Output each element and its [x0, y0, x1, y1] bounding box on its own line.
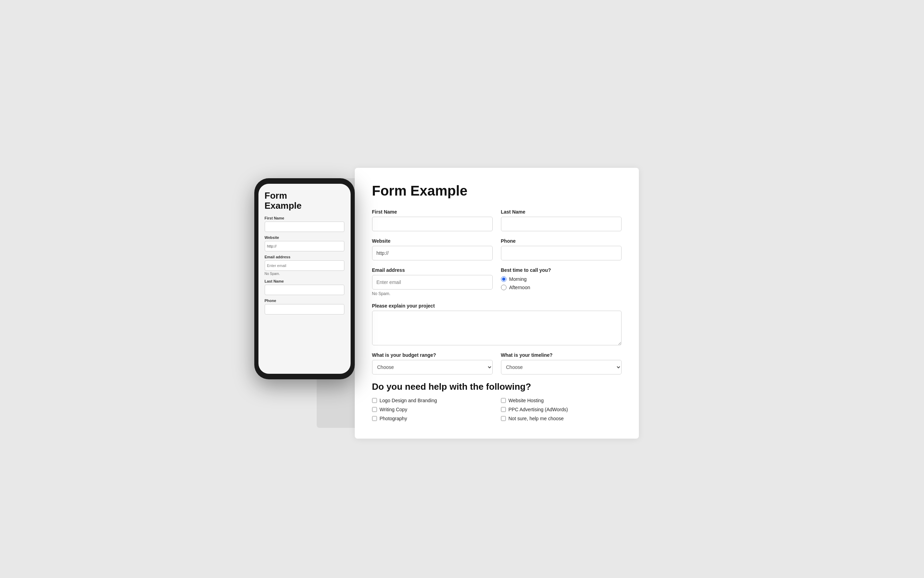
website-input[interactable]	[372, 246, 493, 260]
last-name-label: Last Name	[501, 209, 621, 214]
group-last-name: Last Name	[501, 209, 621, 231]
checkbox-hosting-label: Website Hosting	[508, 398, 544, 403]
timeline-select[interactable]: Choose	[501, 360, 621, 375]
checkboxes-section: Do you need help with the following? Log…	[372, 382, 621, 421]
checkbox-column-right: Website Hosting PPC Advertising (AdWords…	[501, 398, 621, 421]
phone-email-label: Email address	[265, 255, 345, 259]
project-textarea[interactable]	[372, 311, 621, 345]
budget-select[interactable]: Choose	[372, 360, 493, 375]
checkbox-notsure-input[interactable]	[501, 416, 506, 421]
phone-last-name-label: Last Name	[265, 279, 345, 283]
phone-first-name-input[interactable]	[265, 222, 345, 232]
radio-morning[interactable]: Morning	[501, 276, 621, 282]
checkbox-hosting[interactable]: Website Hosting	[501, 398, 621, 403]
checkboxes-title: Do you need help with the following?	[372, 382, 621, 392]
best-time-label: Best time to call you?	[501, 267, 621, 273]
checkbox-logo-label: Logo Design and Branding	[380, 398, 437, 403]
checkbox-notsure-label: Not sure, help me choose	[508, 416, 564, 421]
phone-label: Phone	[501, 238, 621, 244]
budget-label: What is your budget range?	[372, 352, 493, 358]
timeline-label: What is your timeline?	[501, 352, 621, 358]
group-project: Please explain your project	[372, 303, 621, 345]
checkbox-photography-label: Photography	[380, 416, 407, 421]
checkbox-writing[interactable]: Writing Copy	[372, 407, 493, 412]
phone-last-name-input[interactable]	[265, 285, 345, 295]
phone-form-title: Form Example	[265, 191, 345, 211]
row-email-time: Email address No Spam. Best time to call…	[372, 267, 621, 296]
phone-phone-input[interactable]	[265, 304, 345, 315]
email-hint: No Spam.	[372, 291, 493, 296]
checkbox-ppc-input[interactable]	[501, 407, 506, 412]
group-phone: Phone	[501, 238, 621, 260]
radio-morning-input[interactable]	[501, 276, 507, 282]
checkbox-logo[interactable]: Logo Design and Branding	[372, 398, 493, 403]
form-card: Form Example First Name Last Name Websit…	[355, 168, 639, 438]
group-website: Website	[372, 238, 493, 260]
phone-phone-label: Phone	[265, 299, 345, 303]
phone-website-input[interactable]	[265, 241, 345, 252]
checkbox-writing-input[interactable]	[372, 407, 377, 412]
checkbox-ppc[interactable]: PPC Advertising (AdWords)	[501, 407, 621, 412]
row-project: Please explain your project	[372, 303, 621, 345]
checkbox-columns: Logo Design and Branding Writing Copy Ph…	[372, 398, 621, 421]
checkbox-hosting-input[interactable]	[501, 398, 506, 403]
scene: Form Example First Name Website Email ad…	[254, 168, 670, 411]
radio-group-time: Morning Afternoon	[501, 276, 621, 290]
project-label: Please explain your project	[372, 303, 621, 308]
checkbox-photography-input[interactable]	[372, 416, 377, 421]
checkbox-logo-input[interactable]	[372, 398, 377, 403]
email-input[interactable]	[372, 275, 493, 289]
group-timeline: What is your timeline? Choose	[501, 352, 621, 375]
group-best-time: Best time to call you? Morning Afternoon	[501, 267, 621, 296]
radio-afternoon-input[interactable]	[501, 285, 507, 290]
checkbox-writing-label: Writing Copy	[380, 407, 408, 412]
row-budget-timeline: What is your budget range? Choose What i…	[372, 352, 621, 375]
website-label: Website	[372, 238, 493, 244]
radio-afternoon[interactable]: Afternoon	[501, 285, 621, 290]
row-name: First Name Last Name	[372, 209, 621, 231]
phone-first-name-label: First Name	[265, 216, 345, 220]
email-label: Email address	[372, 267, 493, 273]
first-name-input[interactable]	[372, 217, 493, 231]
phone-device: Form Example First Name Website Email ad…	[254, 178, 355, 379]
phone-input[interactable]	[501, 246, 621, 260]
first-name-label: First Name	[372, 209, 493, 214]
phone-email-input[interactable]	[265, 260, 345, 271]
checkbox-column-left: Logo Design and Branding Writing Copy Ph…	[372, 398, 493, 421]
row-website-phone: Website Phone	[372, 238, 621, 260]
checkbox-ppc-label: PPC Advertising (AdWords)	[508, 407, 568, 412]
phone-website-label: Website	[265, 235, 345, 240]
radio-afternoon-label: Afternoon	[509, 285, 531, 290]
phone-email-hint: No Spam.	[265, 272, 345, 276]
phone-screen: Form Example First Name Website Email ad…	[259, 184, 351, 374]
radio-morning-label: Morning	[509, 276, 527, 282]
form-title: Form Example	[372, 183, 621, 199]
group-budget: What is your budget range? Choose	[372, 352, 493, 375]
group-first-name: First Name	[372, 209, 493, 231]
group-email: Email address No Spam.	[372, 267, 493, 296]
phone-mockup: Form Example First Name Website Email ad…	[254, 178, 355, 379]
last-name-input[interactable]	[501, 217, 621, 231]
checkbox-notsure[interactable]: Not sure, help me choose	[501, 416, 621, 421]
checkbox-photography[interactable]: Photography	[372, 416, 493, 421]
